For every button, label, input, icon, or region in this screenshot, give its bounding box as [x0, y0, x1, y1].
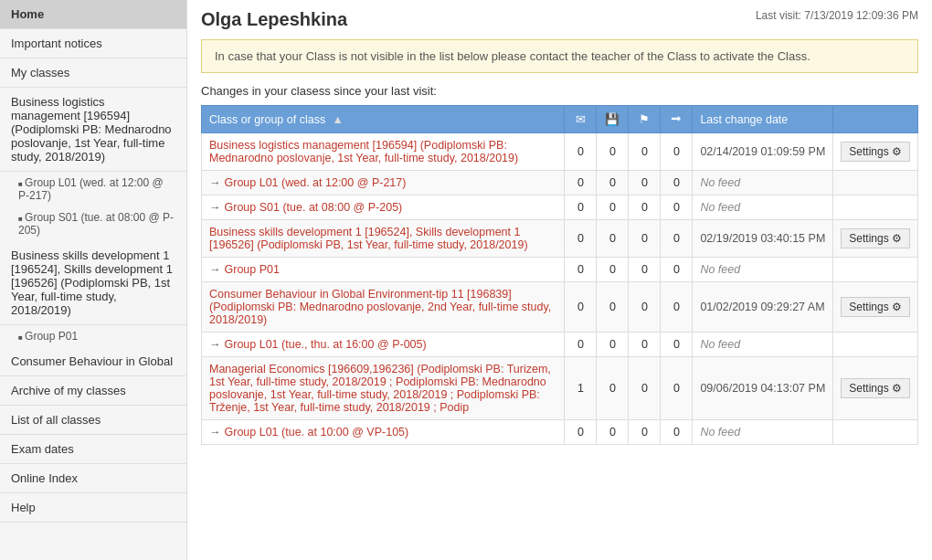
group-name-cell: →Group L01 (wed. at 12:00 @ P-217)	[202, 171, 565, 195]
msg-cell: 0	[565, 258, 597, 282]
sidebar-subitem-group-p01[interactable]: Group P01	[0, 325, 186, 347]
date-cell: No feed	[693, 258, 833, 282]
sidebar: HomeImportant noticesMy classesBusiness …	[0, 0, 187, 560]
action-cell	[833, 258, 918, 282]
class-name-cell: Business logistics management [196594] (…	[202, 133, 565, 171]
settings-button[interactable]: Settings ⚙	[841, 378, 910, 398]
date-cell: No feed	[693, 333, 833, 357]
msg-cell: 0	[565, 333, 597, 357]
table-row: Consumer Behaviour in Global Environment…	[202, 282, 918, 333]
class-name-cell: Managerial Economics [196609,196236] (Po…	[202, 357, 565, 420]
file-cell: 0	[597, 171, 629, 195]
class-name-cell: Consumer Behaviour in Global Environment…	[202, 282, 565, 333]
group-link[interactable]: Group P01	[225, 263, 280, 276]
arrow-icon: →	[209, 176, 221, 189]
file-cell: 0	[597, 333, 629, 357]
sidebar-subitem-group-l01[interactable]: Group L01 (wed. at 12:00 @ P-217)	[0, 172, 186, 206]
main-content: Olga Lepeshkina Last visit: 7/13/2019 12…	[187, 0, 932, 560]
group-link[interactable]: Group L01 (tue., thu. at 16:00 @ P-005)	[225, 338, 427, 351]
no-feed-label: No feed	[700, 263, 740, 276]
page-header: Olga Lepeshkina Last visit: 7/13/2019 12…	[201, 9, 918, 30]
sidebar-item-business-skills[interactable]: Business skills development 1 [196524], …	[0, 241, 186, 325]
no-feed-label: No feed	[700, 426, 740, 438]
settings-button[interactable]: Settings ⚙	[841, 228, 910, 248]
col-last-change: Last change date	[693, 106, 833, 133]
table-body: Business logistics management [196594] (…	[202, 133, 918, 445]
group-name-cell: →Group P01	[202, 258, 565, 282]
class-link[interactable]: Business skills development 1 [196524], …	[209, 226, 528, 251]
bookmark-cell: 0	[629, 333, 661, 357]
msg-cell: 1	[565, 357, 597, 420]
notice-box: In case that your Class is not visible i…	[201, 39, 918, 73]
sidebar-item-important-notices[interactable]: Important notices	[0, 29, 186, 58]
bookmark-cell: 0	[629, 258, 661, 282]
file-cell: 0	[597, 282, 629, 333]
msg-cell: 0	[565, 282, 597, 333]
header-row: Class or group of class ▲ ✉ 💾 ⚑ ⮕ Last c…	[202, 106, 918, 133]
login-cell: 0	[661, 258, 693, 282]
sidebar-item-online-index[interactable]: Online Index	[0, 464, 186, 493]
file-cell: 0	[597, 133, 629, 171]
bookmark-cell: 0	[629, 195, 661, 220]
sidebar-subitem-group-s01[interactable]: Group S01 (tue. at 08:00 @ P-205)	[0, 206, 186, 241]
table-row: →Group L01 (wed. at 12:00 @ P-217)0000No…	[202, 171, 918, 195]
class-link[interactable]: Managerial Economics [196609,196236] (Po…	[209, 363, 551, 414]
col-action	[833, 106, 918, 133]
no-feed-label: No feed	[700, 201, 740, 214]
table-row: →Group L01 (tue., thu. at 16:00 @ P-005)…	[202, 333, 918, 357]
action-cell: Settings ⚙	[833, 133, 918, 171]
arrow-icon: →	[209, 263, 221, 276]
class-name-cell: Business skills development 1 [196524], …	[202, 220, 565, 258]
table-header: Class or group of class ▲ ✉ 💾 ⚑ ⮕ Last c…	[202, 106, 918, 133]
action-cell	[833, 333, 918, 357]
table-row: Business logistics management [196594] (…	[202, 133, 918, 171]
file-cell: 0	[597, 258, 629, 282]
login-cell: 0	[661, 333, 693, 357]
last-visit: Last visit: 7/13/2019 12:09:36 PM	[756, 9, 918, 22]
sidebar-item-help[interactable]: Help	[0, 493, 186, 523]
action-cell	[833, 171, 918, 195]
sidebar-item-exam-dates[interactable]: Exam dates	[0, 435, 186, 464]
bookmark-cell: 0	[629, 357, 661, 420]
group-link[interactable]: Group L01 (wed. at 12:00 @ P-217)	[225, 176, 407, 189]
login-cell: 0	[661, 420, 693, 445]
bookmark-cell: 0	[629, 133, 661, 171]
arrow-icon: →	[209, 426, 221, 438]
col-login: ⮕	[661, 106, 693, 133]
date-cell: No feed	[693, 420, 833, 445]
classes-table: Class or group of class ▲ ✉ 💾 ⚑ ⮕ Last c…	[201, 105, 918, 445]
file-cell: 0	[597, 357, 629, 420]
file-cell: 0	[597, 195, 629, 220]
settings-button[interactable]: Settings ⚙	[841, 142, 910, 162]
login-cell: 0	[661, 133, 693, 171]
action-cell: Settings ⚙	[833, 357, 918, 420]
no-feed-label: No feed	[700, 176, 740, 189]
sidebar-item-my-classes[interactable]: My classes	[0, 58, 186, 88]
arrow-icon: →	[209, 338, 221, 351]
settings-button[interactable]: Settings ⚙	[841, 297, 910, 317]
sidebar-item-archive[interactable]: Archive of my classes	[0, 376, 186, 406]
sidebar-item-business-logistics[interactable]: Business logistics management [196594] (…	[0, 88, 186, 172]
sidebar-item-consumer-behaviour[interactable]: Consumer Behaviour in Global	[0, 347, 186, 376]
class-link[interactable]: Consumer Behaviour in Global Environment…	[209, 288, 551, 326]
group-link[interactable]: Group S01 (tue. at 08:00 @ P-205)	[225, 201, 403, 214]
msg-cell: 0	[565, 420, 597, 445]
group-name-cell: →Group L01 (tue. at 10:00 @ VP-105)	[202, 420, 565, 445]
class-link[interactable]: Business logistics management [196594] (…	[209, 139, 518, 164]
col-msg: ✉	[565, 106, 597, 133]
date-cell: No feed	[693, 195, 833, 220]
bookmark-cell: 0	[629, 220, 661, 258]
col-bookmark: ⚑	[629, 106, 661, 133]
group-link[interactable]: Group L01 (tue. at 10:00 @ VP-105)	[225, 426, 409, 438]
login-cell: 0	[661, 220, 693, 258]
date-cell: 01/02/2019 09:29:27 AM	[693, 282, 833, 333]
login-cell: 0	[661, 357, 693, 420]
table-row: Managerial Economics [196609,196236] (Po…	[202, 357, 918, 420]
sidebar-item-home[interactable]: Home	[0, 0, 186, 29]
msg-cell: 0	[565, 195, 597, 220]
date-cell: 02/14/2019 01:09:59 PM	[693, 133, 833, 171]
bookmark-cell: 0	[629, 420, 661, 445]
no-feed-label: No feed	[700, 338, 740, 351]
date-cell: No feed	[693, 171, 833, 195]
sidebar-item-list-all[interactable]: List of all classes	[0, 406, 186, 435]
